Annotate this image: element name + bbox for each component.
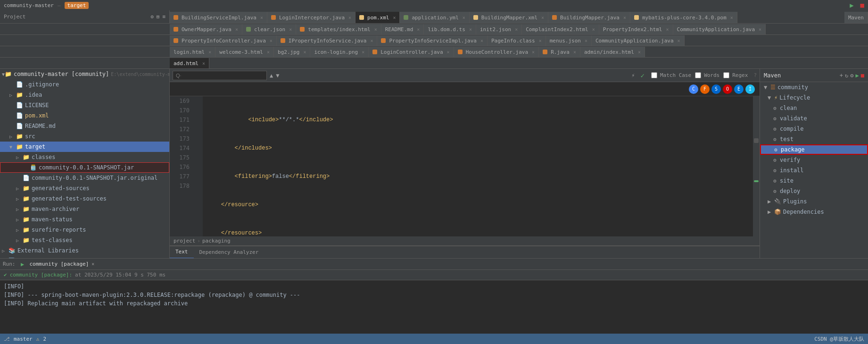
tab-pom-xml[interactable]: pom.xml × — [355, 12, 400, 23]
breadcrumb: project › packaging — [170, 236, 760, 246]
tab-building-mapper-xml[interactable]: BuildingMapper.xml × — [470, 12, 548, 23]
maven-validate[interactable]: ⚙ validate — [760, 113, 868, 124]
tab-building-mapper-java[interactable]: BuildingMapper.java × — [548, 12, 630, 23]
tree-idea[interactable]: ▷ 📁 .idea — [0, 90, 169, 100]
tab-iproperty-service[interactable]: IPropertyInfoService.java × — [277, 35, 378, 46]
tab-application-yml[interactable]: application.yml × — [400, 12, 469, 23]
tab-bg2[interactable]: bg2.jpg × — [274, 47, 310, 57]
tree-generated-sources[interactable]: ▷ 📁 generated-sources — [0, 183, 169, 193]
tab-login-ctrl[interactable]: LoginController.java × — [369, 47, 454, 57]
tab-lib-dom[interactable]: lib.dom.d.ts × — [424, 24, 476, 34]
regex-option[interactable]: Regex — [723, 72, 748, 78]
match-case-option[interactable]: Match Case — [651, 72, 691, 78]
tree-pom[interactable]: ▷ 📄 pom.xml — [0, 110, 169, 121]
maven-package[interactable]: ⚙ package — [760, 144, 868, 155]
tab-text[interactable]: Text — [170, 246, 194, 259]
line-numbers: 169 170 171 172 173 174 175 176 177 178 — [170, 96, 193, 236]
tree-license[interactable]: ▷ 📄 LICENSE — [0, 100, 169, 110]
tab-welcome-3[interactable]: welcome-3.html × — [215, 47, 274, 57]
tree-jar[interactable]: ▷ 🫙 community-0.0.1-SNAPSHOT.jar — [0, 162, 169, 173]
safari-icon[interactable]: S — [711, 84, 721, 94]
maven-clean[interactable]: ⚙ clean — [760, 103, 868, 113]
tree-generated-test[interactable]: ▷ 📁 generated-test-sources — [0, 193, 169, 204]
tree-jar-original[interactable]: ▷ 📄 community-0.0.1-SNAPSHOT.jar.origina… — [0, 173, 169, 183]
tree-maven-status[interactable]: ▷ 📁 maven-status — [0, 214, 169, 225]
collapse-icon[interactable]: ≡ — [162, 14, 165, 20]
tab-icon-login[interactable]: icon-login.png × — [310, 47, 369, 57]
maven-plugins[interactable]: ▶ 🔌 Plugins — [760, 196, 868, 207]
search-input[interactable] — [173, 71, 267, 80]
maven-settings-icon[interactable]: ⚙ — [850, 72, 853, 79]
tree-test-classes[interactable]: ▷ 📁 test-classes — [0, 235, 169, 245]
maven-site[interactable]: ⚙ site — [760, 176, 868, 186]
maven-dependencies[interactable]: ▶ 📦 Dependencies — [760, 207, 868, 217]
maven-lifecycle[interactable]: ▼ ⚡ Lifecycle — [760, 92, 868, 103]
tree-maven-archiver[interactable]: ▷ 📁 maven-archiver — [0, 204, 169, 214]
tab-property-info-ctrl[interactable]: PropertyInfoController.java × — [170, 35, 277, 46]
tab-menus-json[interactable]: menus.json × — [546, 35, 592, 46]
tree-root[interactable]: ▼ 📁 community-master [community] E:\exte… — [0, 69, 169, 79]
tab-clear-json[interactable]: clear.json × — [242, 24, 296, 34]
tab-complaint-index2[interactable]: ComplaintIndex2.html × — [522, 24, 599, 34]
tab-login-interceptor[interactable]: LoginInterceptor.java × — [267, 12, 355, 23]
edge-icon[interactable]: E — [734, 84, 744, 94]
tree-target[interactable]: ▼ 📁 target — [0, 142, 169, 152]
maven-test[interactable]: ⚙ test — [760, 134, 868, 144]
maven-deploy[interactable]: ⚙ deploy — [760, 186, 868, 196]
maven-run-icon[interactable]: ▶ — [856, 72, 859, 79]
run-close-icon[interactable]: × — [91, 261, 94, 267]
maven-item-community[interactable]: ▼ ☰ community — [760, 82, 868, 92]
bottom-run-bar: Run: ▶ community [package] × — [0, 259, 868, 270]
tab-r-java[interactable]: R.java × — [539, 47, 580, 57]
maven-add-icon[interactable]: + — [840, 72, 843, 79]
tab-building-service[interactable]: BuildingServiceImpl.java × — [170, 12, 267, 23]
tab-maven[interactable]: Maven — [844, 12, 868, 23]
title-target: target — [65, 2, 89, 9]
scroll-indicator[interactable] — [753, 96, 760, 236]
filter-icon[interactable]: ⚡ — [631, 72, 635, 79]
stop-icon[interactable]: ■ — [860, 1, 864, 9]
settings-icon[interactable]: ⚙ — [150, 14, 154, 20]
maven-stop-icon[interactable]: ■ — [861, 72, 864, 79]
tab-property-impl[interactable]: PropertyInfoServiceImpl.java × — [377, 35, 487, 46]
tab-mybatis-pom[interactable]: mybatis-plus-core-3.4.0.pom × — [630, 12, 737, 23]
words-option[interactable]: Words — [695, 72, 719, 78]
tab-owner-mapper[interactable]: OwnerMapper.java × — [170, 24, 242, 34]
tree-classes[interactable]: ▷ 📁 classes — [0, 152, 169, 162]
tree-src[interactable]: ▷ 📁 src — [0, 131, 169, 142]
firefox-icon[interactable]: F — [700, 84, 710, 94]
maven-header: Maven + ↻ ⚙ ▶ ■ — [760, 69, 868, 82]
opera-icon[interactable]: O — [723, 84, 732, 94]
ie-icon[interactable]: I — [745, 84, 755, 94]
watermark: CSDN @草坂散人大队 — [814, 336, 864, 342]
chrome-icon[interactable]: C — [689, 84, 698, 94]
tab-index-html[interactable]: templates/index.html × — [296, 24, 381, 34]
run-icon[interactable]: ▶ — [850, 1, 853, 9]
search-down-icon[interactable]: ▼ — [276, 72, 279, 79]
tree-external-libs[interactable]: ▷ 📚 External Libraries — [0, 245, 169, 256]
tab-init2[interactable]: init2.json × — [476, 24, 522, 34]
code-editor[interactable]: <include>**/*.*</include> </includes> <f… — [203, 96, 753, 236]
maven-verify[interactable]: ⚙ verify — [760, 155, 868, 165]
tab-login-html[interactable]: login.html × — [170, 47, 215, 57]
run-tab-label: community [package] — [30, 261, 89, 267]
tab-house-ctrl[interactable]: HouseController.java × — [454, 47, 539, 57]
tab-community-app[interactable]: CommunityApplication.java × — [673, 24, 766, 34]
tab-admin-index[interactable]: admin/index.html × — [580, 47, 645, 57]
tab-property-index2[interactable]: PropertyIndex2.html × — [599, 24, 673, 34]
tree-gitignore[interactable]: ▷ 📄 .gitignore — [0, 79, 169, 90]
expand-icon[interactable]: ⊞ — [157, 14, 160, 20]
tree-readme[interactable]: ▷ 📄 README.md — [0, 121, 169, 131]
search-up-icon[interactable]: ▲ — [270, 72, 273, 79]
tab-pageinfo-class[interactable]: PageInfo.class × — [488, 35, 546, 46]
maven-tree: ▼ ☰ community ▼ ⚡ Lifecycle ⚙ clean ⚙ va… — [760, 82, 868, 258]
run-play-icon[interactable]: ▶ — [18, 260, 27, 268]
tree-surefire[interactable]: ▷ 📁 surefire-reports — [0, 225, 169, 235]
tab-community-app-2[interactable]: CommunityApplication.java × — [592, 35, 685, 46]
maven-install[interactable]: ⚙ install — [760, 165, 868, 176]
tab-readme[interactable]: README.md × — [381, 24, 424, 34]
maven-refresh-icon[interactable]: ↻ — [845, 72, 848, 79]
tab-add-html[interactable]: add.html × — [170, 58, 209, 68]
maven-compile[interactable]: ⚙ compile — [760, 124, 868, 134]
tab-dependency-analyzer[interactable]: Dependency Analyzer — [194, 246, 265, 259]
